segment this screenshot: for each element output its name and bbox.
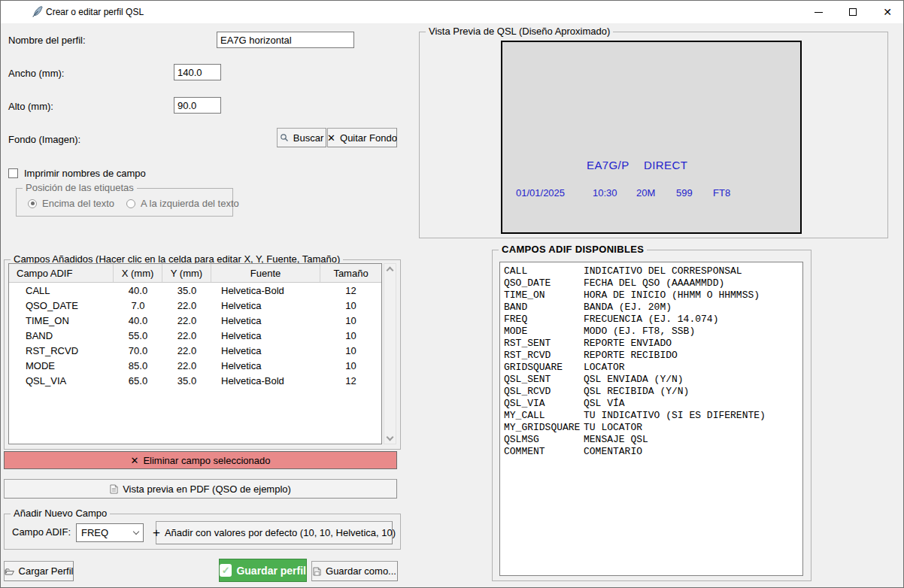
adif-list-item[interactable]: TIME_ONHORA DE INICIO (HHMM O HHMMSS)	[504, 289, 802, 302]
add-field-button[interactable]: + Añadir con valores por defecto (10, 10…	[156, 521, 393, 544]
adif-list-item[interactable]: QSL_VIAQSL VÍA	[504, 398, 802, 410]
table-cell[interactable]: 85.0	[114, 358, 162, 373]
table-cell[interactable]: 65.0	[114, 373, 162, 388]
table-row[interactable]: QSO_DATE7.022.0Helvetica10	[9, 298, 381, 313]
table-cell[interactable]: Helvetica-Bold	[211, 373, 320, 388]
table-cell[interactable]: 22.0	[162, 328, 211, 343]
radio-selected-icon[interactable]	[28, 199, 37, 208]
table-cell[interactable]: 10	[320, 298, 381, 313]
fields-table-header: Campo ADIF X (mm) Y (mm) Fuente Tamaño	[9, 264, 381, 283]
adif-list-item[interactable]: GRIDSQUARELOCATOR	[504, 362, 802, 374]
adif-list-item[interactable]: CALLINDICATIVO DEL CORRESPONSAL	[504, 265, 802, 277]
fields-table[interactable]: Campo ADIF X (mm) Y (mm) Fuente Tamaño C…	[8, 263, 382, 444]
table-cell[interactable]: 7.0	[114, 298, 162, 313]
adif-list-item[interactable]: QSO_DATEFECHA DEL QSO (AAAAMMDD)	[504, 277, 802, 289]
table-cell[interactable]: 12	[320, 283, 381, 298]
table-cell[interactable]: 10	[320, 313, 381, 328]
table-cell[interactable]: Helvetica	[211, 358, 320, 373]
table-cell[interactable]: 40.0	[114, 283, 162, 298]
header-x-mm[interactable]: X (mm)	[114, 264, 162, 282]
table-cell[interactable]: 22.0	[162, 313, 211, 328]
adif-list-item[interactable]: QSL_SENTQSL ENVIADA (Y/N)	[504, 374, 802, 386]
table-cell[interactable]: 22.0	[162, 298, 211, 313]
adif-list-item[interactable]: RST_RCVDREPORTE RECIBIDO	[504, 350, 802, 362]
table-cell[interactable]: MODE	[9, 358, 114, 373]
print-field-names-checkbox[interactable]: Imprimir nombres de campo	[8, 168, 146, 179]
adif-field-desc: REPORTE RECIBIDO	[584, 350, 678, 361]
adif-field-name: BAND	[504, 302, 584, 314]
checkbox-box[interactable]	[8, 168, 18, 178]
window-title: Crear o editar perfil QSL	[46, 7, 144, 17]
adif-list-item[interactable]: MODEMODO (EJ. FT8, SSB)	[504, 326, 802, 338]
table-cell[interactable]: TIME_ON	[9, 313, 114, 328]
table-cell[interactable]: 12	[320, 373, 381, 388]
maximize-button[interactable]	[836, 1, 869, 23]
table-cell[interactable]: Helvetica	[211, 298, 320, 313]
adif-field-desc: HORA DE INICIO (HHMM O HHMMSS)	[584, 289, 760, 301]
browse-background-button[interactable]: Buscar	[277, 128, 326, 147]
remove-background-button[interactable]: ✕ Quitar Fondo	[327, 128, 397, 147]
profile-name-input[interactable]	[217, 32, 354, 48]
save-as-label: Guardar como...	[326, 565, 396, 577]
adif-list-item[interactable]: MY_CALLTU INDICATIVO (SI ES DIFERENTE)	[504, 410, 802, 422]
table-cell[interactable]: 22.0	[162, 358, 211, 373]
table-cell[interactable]: CALL	[9, 283, 114, 298]
table-scrollbar[interactable]	[384, 263, 396, 444]
table-cell[interactable]: Helvetica	[211, 313, 320, 328]
adif-list-item[interactable]: MY_GRIDSQUARETU LOCATOR	[504, 422, 802, 434]
header-tamano[interactable]: Tamaño	[320, 264, 381, 282]
table-cell[interactable]: 10	[320, 343, 381, 358]
adif-field-combobox[interactable]: FREQ	[76, 523, 144, 542]
table-cell[interactable]: 35.0	[162, 373, 211, 388]
table-cell[interactable]: QSL_VIA	[9, 373, 114, 388]
table-cell[interactable]: Helvetica	[211, 343, 320, 358]
adif-field-name: CALL	[504, 265, 584, 277]
table-cell[interactable]: 22.0	[162, 343, 211, 358]
scroll-up-icon[interactable]	[387, 267, 394, 274]
table-cell[interactable]: 10	[320, 358, 381, 373]
scroll-down-icon[interactable]	[387, 434, 394, 441]
close-button[interactable]: ✕	[870, 1, 904, 23]
save-profile-button[interactable]: ✓ Guardar perfil	[219, 559, 307, 582]
adif-field-desc: MODO (EJ. FT8, SSB)	[584, 326, 695, 337]
table-row[interactable]: BAND55.022.0Helvetica10	[9, 328, 381, 343]
header-y-mm[interactable]: Y (mm)	[162, 264, 211, 282]
radio-left-of-text[interactable]: A la izquierda del texto	[126, 198, 239, 209]
adif-list-item[interactable]: FREQFRECUENCIA (EJ. 14.074)	[504, 314, 802, 326]
table-row[interactable]: QSL_VIA65.035.0Helvetica-Bold12	[9, 373, 381, 388]
label-position-group: Posición de las etiquetas Encima del tex…	[16, 188, 233, 217]
table-cell[interactable]: RST_RCVD	[9, 343, 114, 358]
minimize-button[interactable]	[802, 1, 836, 23]
radio-above-text[interactable]: Encima del texto	[28, 198, 114, 209]
width-label: Ancho (mm):	[8, 68, 64, 79]
table-cell[interactable]: 10	[320, 328, 381, 343]
load-profile-button[interactable]: Cargar Perfil	[4, 561, 74, 581]
pdf-preview-button[interactable]: Vista previa en PDF (QSO de ejemplo)	[4, 479, 397, 499]
table-cell[interactable]: 55.0	[114, 328, 162, 343]
height-input[interactable]	[174, 97, 221, 114]
table-cell[interactable]: 35.0	[162, 283, 211, 298]
width-input[interactable]	[174, 64, 221, 80]
adif-list-item[interactable]: QSLMSGMENSAJE QSL	[504, 434, 802, 446]
table-cell[interactable]: 70.0	[114, 343, 162, 358]
radio-unselected-icon[interactable]	[126, 199, 135, 208]
delete-field-button[interactable]: ✕ Eliminar campo seleccionado	[4, 451, 397, 469]
table-cell[interactable]: Helvetica	[211, 328, 320, 343]
save-as-button[interactable]: Guardar como...	[311, 561, 398, 581]
table-row[interactable]: RST_RCVD70.022.0Helvetica10	[9, 343, 381, 358]
header-campo-adif[interactable]: Campo ADIF	[9, 264, 114, 282]
table-cell[interactable]: Helvetica-Bold	[211, 283, 320, 298]
table-cell[interactable]: QSO_DATE	[9, 298, 114, 313]
tk-feather-icon	[31, 5, 44, 18]
table-row[interactable]: MODE85.022.0Helvetica10	[9, 358, 381, 373]
header-fuente[interactable]: Fuente	[211, 264, 320, 282]
adif-list-item[interactable]: COMMENTCOMENTARIO	[504, 446, 802, 458]
adif-list-item[interactable]: QSL_RCVDQSL RECIBIDA (Y/N)	[504, 386, 802, 398]
table-row[interactable]: TIME_ON40.022.0Helvetica10	[9, 313, 381, 328]
adif-list-item[interactable]: RST_SENTREPORTE ENVIADO	[504, 338, 802, 350]
adif-list-item[interactable]: BANDBANDA (EJ. 20M)	[504, 302, 802, 314]
table-cell[interactable]: 40.0	[114, 313, 162, 328]
table-row[interactable]: CALL40.035.0Helvetica-Bold12	[9, 283, 381, 298]
adif-fields-listbox[interactable]: CALLINDICATIVO DEL CORRESPONSALQSO_DATEF…	[499, 262, 803, 576]
table-cell[interactable]: BAND	[9, 328, 114, 343]
